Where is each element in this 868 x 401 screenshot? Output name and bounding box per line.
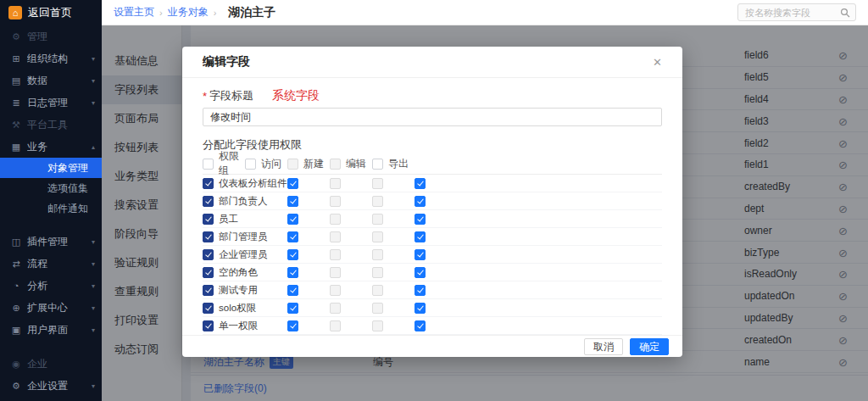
export-checkbox[interactable] bbox=[415, 178, 426, 189]
header-checkbox[interactable] bbox=[330, 159, 341, 170]
export-checkbox[interactable] bbox=[415, 320, 426, 331]
create-checkbox[interactable] bbox=[330, 214, 341, 225]
row-select-checkbox[interactable] bbox=[203, 231, 214, 242]
sidebar-item[interactable]: ▣ 用户界面 bbox=[0, 319, 102, 341]
access-checkbox[interactable] bbox=[287, 249, 298, 260]
create-cell bbox=[330, 178, 372, 189]
back-to-home[interactable]: 返回首页 bbox=[0, 0, 102, 25]
row-select-checkbox[interactable] bbox=[203, 303, 214, 314]
header-checkbox[interactable] bbox=[245, 159, 256, 170]
export-checkbox[interactable] bbox=[415, 214, 426, 225]
create-checkbox[interactable] bbox=[330, 303, 341, 314]
perm-group-cell: 单一权限 bbox=[203, 320, 287, 332]
edit-checkbox[interactable] bbox=[372, 178, 383, 189]
sidebar-item[interactable]: ◔ 分析 bbox=[0, 275, 102, 297]
breadcrumb-link-business-object[interactable]: 业务对象 bbox=[168, 5, 209, 19]
export-checkbox[interactable] bbox=[415, 303, 426, 314]
perm-group-name: 仪表板分析组件 bbox=[219, 177, 287, 190]
sidebar-item[interactable]: ⚒ 平台工具 bbox=[0, 114, 102, 136]
sidebar-item[interactable]: ▦ 业务 bbox=[0, 136, 102, 158]
search-icon[interactable] bbox=[840, 8, 850, 18]
edit-cell bbox=[372, 320, 415, 331]
breadcrumb-link-settings-home[interactable]: 设置主页 bbox=[114, 5, 154, 19]
create-checkbox[interactable] bbox=[330, 320, 341, 331]
sidebar-item[interactable]: ⊕ 扩展中心 bbox=[0, 297, 102, 319]
export-checkbox[interactable] bbox=[415, 249, 426, 260]
header-checkbox[interactable] bbox=[203, 159, 214, 170]
sidebar-item[interactable]: 邮件通知 bbox=[0, 198, 102, 219]
perm-group-cell: 部门负责人 bbox=[203, 195, 287, 208]
perm-header-cell: 新建 bbox=[287, 157, 330, 171]
perm-header-label: 访问 bbox=[261, 157, 281, 171]
chevron-down-icon bbox=[92, 304, 95, 312]
create-checkbox[interactable] bbox=[330, 231, 341, 242]
access-checkbox[interactable] bbox=[287, 320, 298, 331]
create-checkbox[interactable] bbox=[330, 249, 341, 260]
edit-cell bbox=[372, 285, 415, 296]
edit-checkbox[interactable] bbox=[372, 196, 383, 207]
export-checkbox[interactable] bbox=[415, 285, 426, 296]
row-select-checkbox[interactable] bbox=[203, 267, 214, 278]
main-sidebar: 返回首页 ⚙ 管理 ⊞ 组织结构 ▤ 数据 ≣ 日志管理 bbox=[0, 0, 102, 401]
edit-checkbox[interactable] bbox=[372, 214, 383, 225]
edit-checkbox[interactable] bbox=[372, 285, 383, 296]
row-select-checkbox[interactable] bbox=[203, 249, 214, 260]
export-cell bbox=[415, 285, 457, 296]
export-checkbox[interactable] bbox=[415, 267, 426, 278]
chevron-down-icon bbox=[92, 99, 95, 107]
row-select-checkbox[interactable] bbox=[203, 214, 214, 225]
row-select-checkbox[interactable] bbox=[203, 285, 214, 296]
access-checkbox[interactable] bbox=[287, 285, 298, 296]
export-checkbox[interactable] bbox=[415, 231, 426, 242]
row-select-checkbox[interactable] bbox=[203, 196, 214, 207]
modal-title: 编辑字段 bbox=[203, 54, 250, 70]
edit-checkbox[interactable] bbox=[372, 249, 383, 260]
cancel-button[interactable]: 取消 bbox=[584, 338, 623, 355]
create-checkbox[interactable] bbox=[330, 178, 341, 189]
edit-cell bbox=[372, 249, 415, 260]
create-cell bbox=[330, 320, 372, 331]
access-checkbox[interactable] bbox=[287, 214, 298, 225]
sidebar-item[interactable]: ⚙ 管理 bbox=[0, 25, 102, 47]
field-title-input[interactable] bbox=[203, 108, 662, 126]
access-checkbox[interactable] bbox=[287, 196, 298, 207]
sidebar-item[interactable]: ◫ 插件管理 bbox=[0, 231, 102, 253]
access-checkbox[interactable] bbox=[287, 267, 298, 278]
access-checkbox[interactable] bbox=[287, 231, 298, 242]
sidebar-item[interactable]: ◈ 系统安全 bbox=[0, 397, 102, 401]
sidebar-item[interactable]: ⇄ 流程 bbox=[0, 253, 102, 275]
sidebar-item[interactable]: ⚙ 企业设置 bbox=[0, 375, 102, 397]
sidebar-item[interactable]: ▤ 数据 bbox=[0, 70, 102, 92]
header-checkbox[interactable] bbox=[287, 159, 298, 170]
breadcrumb-separator: › bbox=[159, 8, 163, 18]
row-select-checkbox[interactable] bbox=[203, 320, 214, 331]
edit-checkbox[interactable] bbox=[372, 320, 383, 331]
create-cell bbox=[330, 249, 372, 260]
close-icon[interactable]: ✕ bbox=[653, 56, 662, 69]
edit-checkbox[interactable] bbox=[372, 231, 383, 242]
create-checkbox[interactable] bbox=[330, 285, 341, 296]
export-cell bbox=[415, 214, 457, 225]
sidebar-item[interactable]: ⊞ 组织结构 bbox=[0, 47, 102, 70]
permission-row: 企业管理员 bbox=[203, 246, 662, 264]
create-cell bbox=[330, 196, 372, 207]
sidebar-item-icon: ⇄ bbox=[10, 259, 22, 270]
search-input[interactable] bbox=[743, 7, 840, 19]
sidebar-item-label: 用户界面 bbox=[27, 323, 88, 337]
create-checkbox[interactable] bbox=[330, 267, 341, 278]
sidebar-item[interactable]: 对象管理 bbox=[0, 158, 102, 178]
permission-row: 空的角色 bbox=[203, 264, 662, 281]
sidebar-item[interactable]: ≣ 日志管理 bbox=[0, 92, 102, 114]
access-checkbox[interactable] bbox=[287, 303, 298, 314]
edit-checkbox[interactable] bbox=[372, 303, 383, 314]
confirm-button[interactable]: 确定 bbox=[630, 338, 669, 355]
sidebar-item[interactable]: 选项值集 bbox=[0, 178, 102, 198]
export-checkbox[interactable] bbox=[415, 196, 426, 207]
access-checkbox[interactable] bbox=[287, 178, 298, 189]
create-checkbox[interactable] bbox=[330, 196, 341, 207]
sidebar-item[interactable]: ◉ 企业 bbox=[0, 353, 102, 375]
edit-checkbox[interactable] bbox=[372, 267, 383, 278]
row-select-checkbox[interactable] bbox=[203, 178, 214, 189]
access-cell bbox=[287, 214, 330, 225]
header-checkbox[interactable] bbox=[372, 159, 383, 170]
